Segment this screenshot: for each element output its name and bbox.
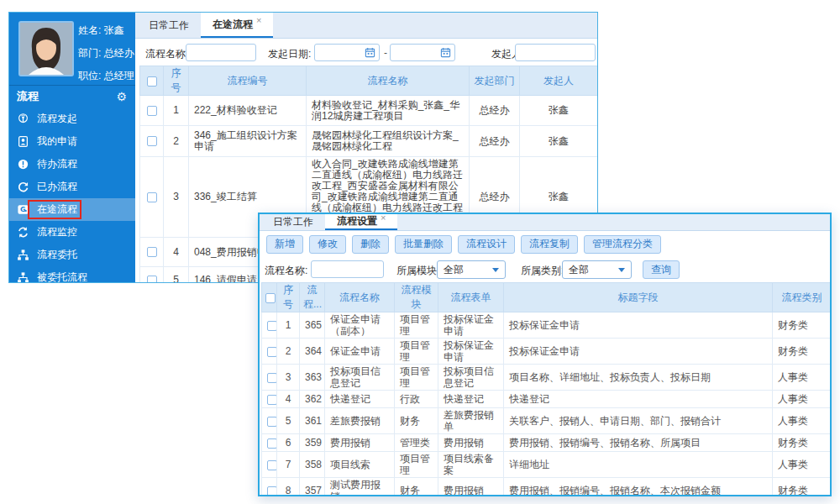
row-checkbox[interactable] xyxy=(267,373,277,383)
column-header: 发起人 xyxy=(520,66,598,96)
cell-category: 财务类 xyxy=(773,312,832,339)
date-from-input[interactable] xyxy=(317,47,365,59)
module-select[interactable]: 全部 xyxy=(437,260,506,279)
checkbox-cell xyxy=(262,283,277,312)
cell-process-id: 361 xyxy=(300,408,325,434)
front-tab-1[interactable]: 流程设置× xyxy=(325,214,397,230)
row-checkbox[interactable] xyxy=(267,321,277,331)
cell-title-fields: 关联客户、报销人、申请日期、部门、报销合计 xyxy=(504,408,773,434)
back-tab-0[interactable]: 日常工作 xyxy=(137,13,201,38)
category-select-value: 全部 xyxy=(569,263,589,277)
checkbox-cell xyxy=(140,96,164,126)
row-checkbox[interactable] xyxy=(267,417,277,427)
cell-form: 费用报销 xyxy=(438,434,504,452)
toolbar-button-3[interactable]: 批量删除 xyxy=(395,235,452,254)
tab-close-icon[interactable]: × xyxy=(256,15,261,25)
sidebar-item-0[interactable]: 流程发起 xyxy=(9,108,135,130)
cell-process-name: 晟铭园林绿化工程组织设计方案_晟铭园林绿化工程 xyxy=(307,126,470,157)
column-header: 流程... xyxy=(300,283,325,312)
row-checkbox[interactable] xyxy=(147,192,157,202)
sidebar-item-6[interactable]: 流程委托 xyxy=(9,244,135,266)
date-to-field[interactable] xyxy=(390,44,455,61)
process-name-input[interactable] xyxy=(186,44,256,61)
row-checkbox[interactable] xyxy=(147,106,157,116)
table-header-row: 序号流程编号流程名称发起部门发起人 xyxy=(140,66,598,96)
cell-title-fields: 项目名称、详细地址、投标负责人、投标日期 xyxy=(504,365,773,391)
cell-module: 管理类 xyxy=(395,434,438,452)
gear-icon[interactable]: ⚙ xyxy=(116,91,127,102)
column-header: 流程模块 xyxy=(395,283,438,312)
cell-form: 投标保证金申请 xyxy=(438,312,504,339)
start-date-label: 发起日期: xyxy=(268,47,311,61)
back-filter-bar: 流程名称: 发起日期: - 发起人: xyxy=(135,39,597,66)
process-name-input[interactable] xyxy=(311,260,384,278)
checkbox-cell xyxy=(140,66,164,96)
toolbar-button-6[interactable]: 管理流程分类 xyxy=(584,235,661,254)
tab-label: 在途流程 xyxy=(213,18,253,32)
column-header: 流程名称 xyxy=(307,66,470,96)
select-all-checkbox[interactable] xyxy=(147,76,157,87)
cell-module: 财务 xyxy=(395,478,438,497)
back-tabbar: 日常工作在途流程× xyxy=(135,13,597,39)
checkbox-cell xyxy=(262,478,277,497)
toolbar-button-0[interactable]: 新增 xyxy=(266,235,303,254)
toolbar-button-2[interactable]: 删除 xyxy=(352,235,389,254)
sidebar-item-3[interactable]: 已办流程 xyxy=(9,176,135,198)
toolbar-button-1[interactable]: 修改 xyxy=(309,235,346,254)
cell-no: 5 xyxy=(277,408,300,434)
sidebar-item-7[interactable]: 被委托流程 xyxy=(9,266,135,282)
row-checkbox[interactable] xyxy=(147,247,157,257)
toolbar-button-5[interactable]: 流程复制 xyxy=(521,235,578,254)
front-tab-0[interactable]: 日常工作 xyxy=(261,214,325,230)
checkbox-cell xyxy=(262,365,277,391)
sidebar-menu: 流程发起我的申请待办流程已办流程G在途流程流程监控流程委托被委托流程 xyxy=(9,108,135,282)
table-row: 3363投标项目信息登记项目管理投标项目信息登记项目名称、详细地址、投标负责人、… xyxy=(262,365,832,391)
sidebar-item-4[interactable]: G在途流程 xyxy=(9,198,135,221)
toolbar-button-4[interactable]: 流程设计 xyxy=(458,235,515,254)
category-select[interactable]: 全部 xyxy=(562,260,632,279)
avatar xyxy=(20,23,72,75)
calendar-icon[interactable] xyxy=(440,47,451,58)
cell-title-fields: 投标保证金申请 xyxy=(504,339,773,365)
column-header: 流程表单 xyxy=(438,283,504,312)
date-to-input[interactable] xyxy=(392,47,440,59)
cell-no: 2 xyxy=(277,339,300,365)
row-checkbox[interactable] xyxy=(267,460,277,470)
cell-department: 总经办 xyxy=(470,96,520,126)
cell-process-name: 项目线索 xyxy=(325,452,395,478)
tab-close-icon[interactable]: × xyxy=(381,213,386,223)
process-settings-window: 日常工作流程设置× 新增修改删除批量删除流程设计流程复制管理流程分类 流程名称:… xyxy=(258,213,832,496)
date-from-field[interactable] xyxy=(314,44,380,61)
initiator-input[interactable] xyxy=(515,44,596,61)
cell-no: 6 xyxy=(277,434,300,452)
profile-photo xyxy=(18,21,74,76)
column-header: 标题字段 xyxy=(504,283,773,312)
cell-category: 财务类 xyxy=(773,339,832,365)
row-checkbox[interactable] xyxy=(267,438,277,449)
calendar-icon[interactable] xyxy=(365,47,375,58)
sidebar-item-2[interactable]: 待办流程 xyxy=(9,153,135,176)
row-checkbox[interactable] xyxy=(147,136,157,146)
tab-label: 日常工作 xyxy=(149,18,189,33)
select-all-checkbox[interactable] xyxy=(265,293,276,303)
row-checkbox[interactable] xyxy=(267,395,277,405)
search-button[interactable]: 查询 xyxy=(643,260,680,279)
row-checkbox[interactable] xyxy=(267,347,277,357)
cell-no: 3 xyxy=(164,157,189,238)
cell-form: 快递登记 xyxy=(438,391,504,408)
cell-initiator: 张鑫 xyxy=(520,96,598,126)
cell-no: 3 xyxy=(277,365,300,391)
sidebar-item-label: 在途流程 xyxy=(37,202,77,217)
process-name-label: 流程名称: xyxy=(145,47,188,61)
cell-no: 1 xyxy=(277,312,300,339)
cell-title-fields: 费用报销、报销编号、报销名称、所属项目 xyxy=(504,434,773,452)
sidebar-item-label: 我的申请 xyxy=(37,134,77,149)
transit-icon: G xyxy=(17,203,29,216)
row-checkbox[interactable] xyxy=(267,486,277,496)
back-tab-1[interactable]: 在途流程× xyxy=(201,13,273,38)
cell-category: 财务类 xyxy=(773,434,832,452)
sidebar-item-1[interactable]: 我的申请 xyxy=(9,130,135,153)
sidebar-item-5[interactable]: 流程监控 xyxy=(9,221,135,244)
row-checkbox[interactable] xyxy=(147,276,157,282)
sitemap-icon xyxy=(17,249,29,261)
